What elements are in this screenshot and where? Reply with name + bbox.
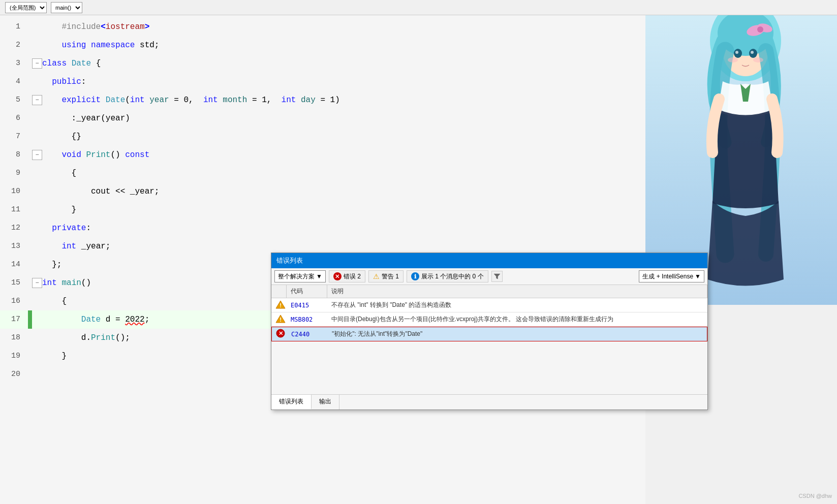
line-indicator-8 [28, 146, 32, 164]
line-content-8: void Print() const [42, 146, 645, 164]
info-icon: ℹ [411, 272, 419, 280]
warning-filter-button[interactable]: ⚠ 警告 1 [368, 270, 404, 282]
line-indicator-5 [28, 91, 32, 109]
error-panel-toolbar: 整个解决方案 ▼ ✕ 错误 2 ⚠ 警告 1 ℹ 展示 1 个消息中的 0 个 … [271, 268, 707, 285]
line-number-2: 2 [0, 36, 28, 54]
line-indicator-7 [28, 128, 32, 146]
filter-icon-button[interactable] [491, 271, 503, 282]
line-content-4: public: [42, 73, 645, 91]
svg-point-12 [757, 26, 763, 33]
scope-dropdown[interactable]: (全局范围) [5, 2, 47, 13]
line-content-10: cout << _year; [42, 182, 645, 201]
line-indicator-15 [28, 274, 32, 292]
svg-text:!: ! [280, 302, 282, 308]
line-indicator-11 [28, 201, 32, 219]
info-filter-button[interactable]: ℹ 展示 1 个消息中的 0 个 [407, 270, 488, 282]
filter-icon [493, 273, 501, 280]
line-indicator-4 [28, 73, 32, 91]
row-0-error-code: E0415 [291, 302, 309, 309]
line-number-10: 10 [0, 182, 28, 201]
svg-point-9 [753, 57, 763, 62]
line-content-9: { [42, 164, 645, 182]
code-line-9: 9 { [0, 164, 645, 182]
line-number-4: 4 [0, 73, 28, 91]
error-panel: 错误列表 整个解决方案 ▼ ✕ 错误 2 ⚠ 警告 1 ℹ 展示 1 个消息中的… [271, 253, 708, 410]
row-2-error-code: C2440 [291, 331, 309, 338]
code-line-12: 12 private: [0, 219, 645, 237]
code-line-5: 5 − explicit Date(int year = 0, int mont… [0, 91, 645, 109]
warning-icon: ⚠ [373, 272, 380, 280]
line-content-6: :_year(year) [42, 109, 645, 128]
code-line-4: 4 public: [0, 73, 645, 91]
msb-warning-icon: ! [275, 314, 286, 323]
line-number-20: 20 [0, 365, 28, 384]
svg-text:!: ! [280, 317, 282, 323]
toolbar: (全局范围) main() [0, 0, 837, 15]
row-2-code: C2440 [287, 329, 328, 339]
fold-button-3[interactable]: − [32, 58, 42, 69]
build-filter-dropdown[interactable]: 生成 + IntelliSense ▼ [639, 270, 704, 282]
error-row-1[interactable]: ! MSB802 中间目录(Debug\)包含从另一个项目(比特作业.vcxpr… [271, 312, 707, 327]
error-row-0[interactable]: ! E0415 不存在从 "int" 转换到 "Date" 的适当构造函数 [271, 298, 707, 312]
line-indicator-1 [28, 18, 32, 36]
line-indicator-3 [28, 54, 32, 73]
error-count-label: 错误 2 [344, 272, 361, 281]
scope-chevron-icon: ▼ [316, 273, 322, 280]
col-code-header: 代码 [287, 285, 327, 298]
line-number-12: 12 [0, 219, 28, 237]
line-content-12: private: [42, 219, 645, 237]
line-number-7: 7 [0, 128, 28, 146]
line-indicator-16 [28, 292, 32, 310]
line-number-8: 8 [0, 146, 28, 164]
line-number-3: 3 [0, 54, 28, 73]
code-line-6: 6 :_year(year) [0, 109, 645, 128]
row-1-error-code: MSB802 [291, 316, 313, 323]
svg-text:✕: ✕ [278, 330, 283, 336]
error-table: ! E0415 不存在从 "int" 转换到 "Date" 的适当构造函数 ! … [271, 298, 707, 394]
fold-button-8[interactable]: − [32, 150, 42, 160]
code-line-10: 10 cout << _year; [0, 182, 645, 201]
line-number-17: 17 [0, 310, 28, 329]
function-dropdown[interactable]: main() [51, 2, 82, 13]
error-icon: ✕ [333, 272, 342, 280]
line-indicator-20 [28, 365, 32, 384]
fold-button-15[interactable]: − [32, 278, 42, 288]
line-indicator-18 [28, 329, 32, 347]
line-number-6: 6 [0, 109, 28, 128]
row-0-code: E0415 [287, 300, 327, 310]
build-chevron-icon: ▼ [695, 273, 701, 280]
error-panel-titlebar: 错误列表 [271, 253, 707, 268]
line-indicator-9 [28, 164, 32, 182]
line-indicator-14 [28, 256, 32, 274]
line-number-19: 19 [0, 347, 28, 365]
code-line-1: 1 #include<iostream> [0, 18, 645, 36]
line-number-16: 16 [0, 292, 28, 310]
error-filter-button[interactable]: ✕ 错误 2 [329, 270, 365, 282]
line-content-2: using namespace std; [42, 36, 645, 54]
line-number-9: 9 [0, 164, 28, 182]
line-indicator-10 [28, 182, 32, 201]
tab-output[interactable]: 输出 [312, 395, 339, 410]
scope-dropdown-panel[interactable]: 整个解决方案 ▼ [274, 270, 326, 282]
info-count-label: 展示 1 个消息中的 0 个 [421, 272, 484, 281]
line-content-11: } [42, 201, 645, 219]
code-line-3: 3 − class Date { [0, 54, 645, 73]
csdn-watermark: CSDN @dhw [798, 493, 832, 499]
line-number-11: 11 [0, 201, 28, 219]
scope-label: 整个解决方案 [278, 272, 315, 281]
error-row-2[interactable]: ✕ C2440 "初始化": 无法从"int"转换为"Date" [271, 327, 707, 341]
fold-button-5[interactable]: − [32, 95, 42, 105]
col-icon-header [271, 285, 287, 298]
row-1-icon: ! [271, 312, 287, 326]
warning-count-label: 警告 1 [382, 272, 399, 281]
build-filter-label: 生成 + IntelliSense [642, 272, 693, 281]
row-1-code: MSB802 [287, 314, 327, 325]
row-2-desc: "初始化": 无法从"int"转换为"Date" [328, 328, 707, 340]
warning-triangle-icon: ! [275, 300, 286, 309]
tab-error-list[interactable]: 错误列表 [271, 395, 312, 410]
row-0-icon: ! [271, 298, 287, 312]
line-indicator-19 [28, 347, 32, 365]
svg-point-8 [728, 57, 738, 62]
line-number-5: 5 [0, 91, 28, 109]
code-line-7: 7 {} [0, 128, 645, 146]
